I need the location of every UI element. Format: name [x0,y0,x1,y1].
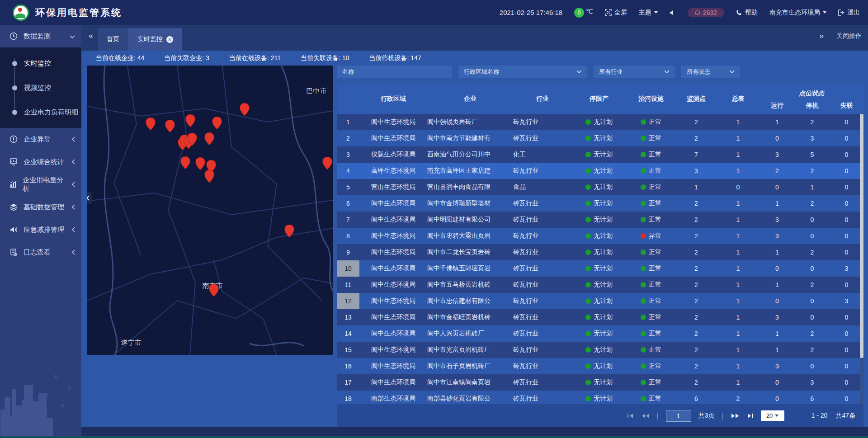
org-dropdown[interactable]: 南充市生态环境局 [769,9,826,17]
first-page-button[interactable] [627,413,634,419]
prev-page-button[interactable] [642,413,650,419]
sound-toggle[interactable] [670,9,676,16]
status-dot-green [585,363,591,369]
region-filter-select[interactable]: 行政区域名称 [458,66,587,78]
cell-region: 阆中生态环境局 [359,244,427,260]
cell-run: 1 [760,325,795,342]
map-pin-icon[interactable] [212,117,222,131]
status-dot-red [641,233,646,239]
status-dot-green [641,282,646,287]
table-row[interactable]: 1阆中生态环境局阆中强锐页岩砖厂砖瓦行业无计划正常21120 [337,114,863,130]
col-company: 企业 [427,84,513,114]
sidebar-item-7[interactable]: 日志查看 [0,241,81,264]
table-row[interactable]: 7阆中生态环境局阆中明阳建材有限公司砖瓦行业无计划正常21300 [337,212,863,228]
map-pin-icon[interactable] [240,103,250,118]
table-row[interactable]: 9阆中生态环境局阆中市二龙长宝页岩砖砖瓦行业无计划正常21120 [337,244,863,260]
logout-icon [838,9,844,16]
table-body[interactable]: 1阆中生态环境局阆中强锐页岩砖厂砖瓦行业无计划正常211202阆中生态环境局阆中… [337,114,863,404]
tabs-scroll-right-icon[interactable]: » [819,31,824,41]
table-row[interactable]: 5营山生态环境局营山县润丰肉食品有限食品无计划正常10010 [337,179,863,195]
cell-industry: 砖瓦行业 [513,212,572,228]
sidebar-item-3[interactable]: 企业综合统计 [0,151,81,173]
logout-button[interactable]: 退出 [838,9,860,17]
table-row[interactable]: 6阆中生态环境局阆中市金博瑞新型墙材砖瓦行业无计划正常21120 [337,195,863,212]
cell-stop: 0 [795,228,830,244]
tab-bar: « 首页 实时监控 ✕ » 关闭操作 [81,25,868,51]
table-row[interactable]: 14阆中生态环境局阆中大兴页岩机砖厂砖瓦行业无计划正常21120 [337,325,863,342]
map-collapse-button[interactable] [87,192,92,204]
cell-monitor: 2 [676,114,717,130]
map-pin-icon[interactable] [323,157,332,171]
next-page-button[interactable] [731,413,739,419]
map-pin-icon[interactable] [146,118,156,132]
cell-plan: 无计划 [572,374,626,391]
cell-plan: 无计划 [572,325,626,342]
cell-stop: 0 [795,260,830,277]
fullscreen-button[interactable]: 全屏 [605,9,627,17]
stat-2: 当前失联企业: 3 [164,54,209,62]
map-pin-icon[interactable] [285,225,294,239]
table-row[interactable]: 8阆中生态环境局阆中市枣碧大梁山页岩砖瓦行业无计划异常21300 [337,228,863,244]
table-row[interactable]: 16阆中生态环境局阆中市石子页岩机砖厂砖瓦行业无计划正常21300 [337,358,863,374]
table-row[interactable]: 10阆中生态环境局阆中千佛镇五郎垭页岩砖瓦行业无计划正常21003 [337,260,863,277]
table-row[interactable]: 4高坪生态环境局南充市高坪区王家店建砖瓦行业无计划正常31220 [337,163,863,179]
status-dot-green [585,168,591,174]
sidebar-item-2[interactable]: 企业异常 [0,128,81,151]
notification-badge[interactable]: 2632 [688,8,724,17]
page-size-select[interactable]: 20 [761,410,784,421]
map-pin-icon[interactable] [196,157,205,172]
status-dot-green [585,152,591,157]
cell-facility: 正常 [626,163,676,179]
theme-dropdown[interactable]: 主题 [639,9,658,17]
sidebar-item-6[interactable]: 应急减排管理 [0,218,81,241]
table-row[interactable]: 3仪陇生态环境局西南油气田分公司川中化工无计划正常71350 [337,146,863,163]
map-pin-icon[interactable] [186,114,195,129]
tab-home[interactable]: 首页 [98,28,128,51]
status-filter-select[interactable]: 所有状态 [681,66,740,78]
row-number: 6 [337,195,359,212]
tabs-scroll-left-icon[interactable]: « [89,31,93,41]
map-pin-icon[interactable] [205,132,214,147]
map-pin-icon[interactable] [181,156,190,171]
table-row[interactable]: 11阆中生态环境局阆中市五马桥页岩机砖砖瓦行业无计划正常21120 [337,277,863,293]
page-number-input[interactable]: 1 [666,410,691,422]
table-scrollbar[interactable] [860,114,863,404]
col-stop: 停机 [795,98,830,114]
sidebar-item-1[interactable]: 数据监测 [0,25,81,47]
scrollbar-thumb[interactable] [860,114,863,358]
cell-company: 阆中千佛镇五郎垭页岩 [427,260,513,277]
sidebar-item-4[interactable]: 企业用电量分析 [0,173,81,196]
table-row[interactable]: 2阆中生态环境局阆中市南方节能建材有砖瓦行业无计划正常21030 [337,130,863,146]
cell-stop: 2 [795,244,830,260]
cell-company: 阆中市枣碧大梁山页岩 [427,228,513,244]
industry-filter-select[interactable]: 所有行业 [594,66,675,78]
cell-total: 0 [717,179,760,195]
status-dot-green [641,331,646,336]
sidebar-item-5[interactable]: 基础数据管理 [0,196,81,218]
map-pin-icon[interactable] [188,133,197,147]
map-pin-icon[interactable] [209,284,219,298]
table-row[interactable]: 15阆中生态环境局阆中市光富页岩机砖厂砖瓦行业无计划正常21120 [337,342,863,358]
row-number: 16 [337,358,359,374]
table-row[interactable]: 17阆中生态环境局阆中市江南镇阆南页岩砖瓦行业无计划正常21030 [337,374,863,391]
cell-monitor: 2 [676,260,717,277]
map-pin-icon[interactable] [165,120,175,134]
cell-stop: 0 [795,309,830,325]
tab-close-icon[interactable]: ✕ [166,36,173,43]
cell-plan: 无计划 [572,260,626,277]
table-row[interactable]: 12阆中生态环境局阆中市忠信建材有限公砖瓦行业无计划正常21003 [337,293,863,309]
help-button[interactable]: 帮助 [736,9,758,17]
chevron-down-icon [823,11,826,14]
sidebar-subitem-2[interactable]: 视频监控 [0,75,81,100]
sidebar-subitem-1[interactable]: 实时监控 [0,51,81,75]
table-row[interactable]: 13阆中生态环境局阆中市金福旺页岩机砖砖瓦行业无计划正常21300 [337,309,863,325]
map-pin-icon[interactable] [205,170,214,184]
tab-realtime-monitoring[interactable]: 实时监控 ✕ [128,28,182,51]
close-operations-button[interactable]: 关闭操作 [836,32,862,40]
map-panel[interactable]: 巴中市南充市遂宁市 [87,66,333,355]
table-row[interactable]: 18南部生态环境局南部县砂化页岩有限公砖瓦行业无计划正常62060 [337,391,863,404]
sidebar-subitem-3[interactable]: 企业电力负荷明细 [0,100,81,124]
last-page-button[interactable] [746,413,754,419]
status-dot-green [641,152,646,157]
name-filter-input[interactable] [342,68,447,75]
